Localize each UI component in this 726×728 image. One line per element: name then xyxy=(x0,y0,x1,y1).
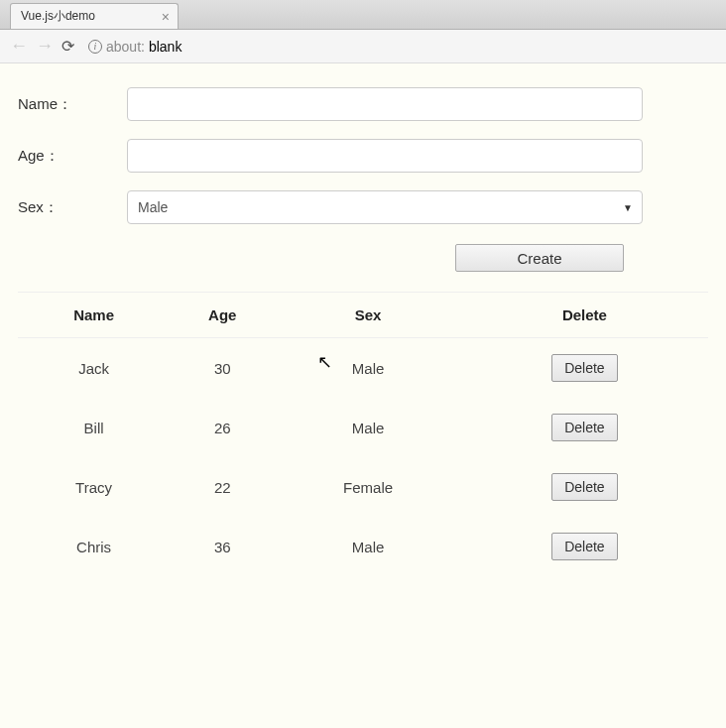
close-icon[interactable]: × xyxy=(162,9,170,25)
url-field[interactable]: i about:blank xyxy=(82,36,716,58)
table-row: Chris36MaleDelete xyxy=(18,517,708,576)
tab-bar: Vue.js小demo × xyxy=(0,0,726,30)
table-row: Jack30MaleDelete xyxy=(18,338,708,399)
reload-button[interactable]: ⟳ xyxy=(61,37,74,56)
col-name: Name xyxy=(18,293,170,338)
page-content: Name： Age： Sex： Male ▼ Create xyxy=(0,63,726,728)
cell-delete: Delete xyxy=(461,398,708,457)
name-label: Name： xyxy=(18,95,127,114)
browser-tab[interactable]: Vue.js小demo × xyxy=(10,3,179,29)
cell-delete: Delete xyxy=(461,517,708,576)
cell-name: Bill xyxy=(18,398,170,457)
back-button[interactable]: ← xyxy=(10,36,28,57)
name-input[interactable] xyxy=(127,87,643,121)
cell-delete: Delete xyxy=(461,338,708,399)
cell-sex: Male xyxy=(275,338,461,399)
delete-button[interactable]: Delete xyxy=(551,414,617,441)
cell-age: 26 xyxy=(170,398,275,457)
info-icon[interactable]: i xyxy=(88,40,102,54)
delete-button[interactable]: Delete xyxy=(551,533,617,560)
cell-name: Tracy xyxy=(18,457,170,517)
forward-button[interactable]: → xyxy=(36,36,54,57)
age-input[interactable] xyxy=(127,139,643,173)
delete-button[interactable]: Delete xyxy=(551,473,617,501)
cell-name: Jack xyxy=(18,338,170,399)
cell-delete: Delete xyxy=(461,457,708,517)
col-sex: Sex xyxy=(275,293,461,338)
col-delete: Delete xyxy=(461,293,708,338)
table-row: Tracy22FemaleDelete xyxy=(18,457,708,517)
age-label: Age： xyxy=(18,147,127,166)
url-prefix: about: xyxy=(106,39,145,55)
cell-sex: Female xyxy=(275,457,461,517)
tab-title: Vue.js小demo xyxy=(21,8,95,25)
cell-age: 22 xyxy=(170,457,275,517)
cell-sex: Male xyxy=(275,517,461,576)
sex-select[interactable]: Male xyxy=(127,190,643,224)
create-button[interactable]: Create xyxy=(455,244,624,272)
cell-name: Chris xyxy=(18,517,170,576)
delete-button[interactable]: Delete xyxy=(551,354,617,382)
url-path: blank xyxy=(149,39,182,55)
table-row: Bill26MaleDelete xyxy=(18,398,708,457)
people-table: Name Age Sex Delete Jack30MaleDeleteBill… xyxy=(18,292,708,576)
col-age: Age xyxy=(170,293,275,338)
cell-age: 30 xyxy=(170,338,275,399)
cell-sex: Male xyxy=(275,398,461,457)
sex-label: Sex： xyxy=(18,198,127,217)
address-bar: ← → ⟳ i about:blank xyxy=(0,30,726,63)
cell-age: 36 xyxy=(170,517,275,576)
